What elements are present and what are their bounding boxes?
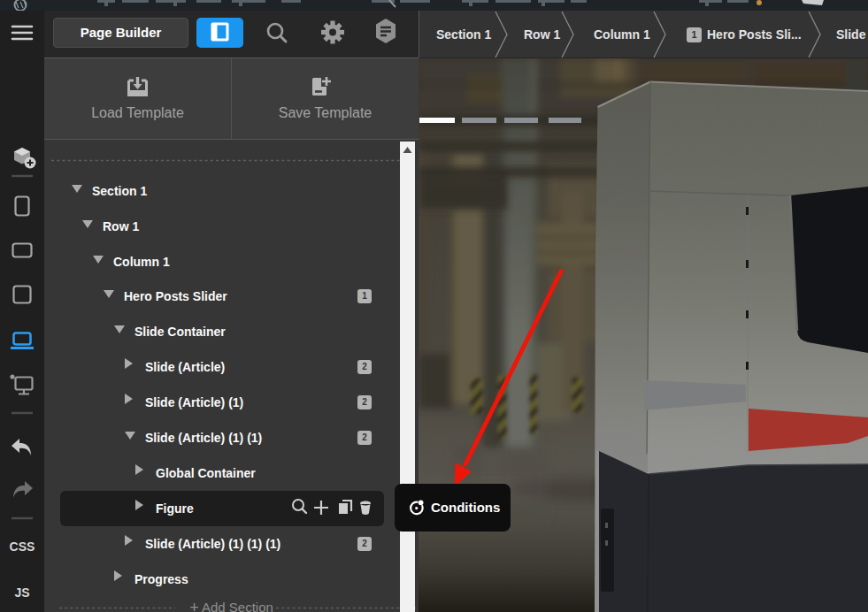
svg-text:JS: JS [14, 585, 29, 600]
svg-text:CSS: CSS [10, 539, 35, 554]
